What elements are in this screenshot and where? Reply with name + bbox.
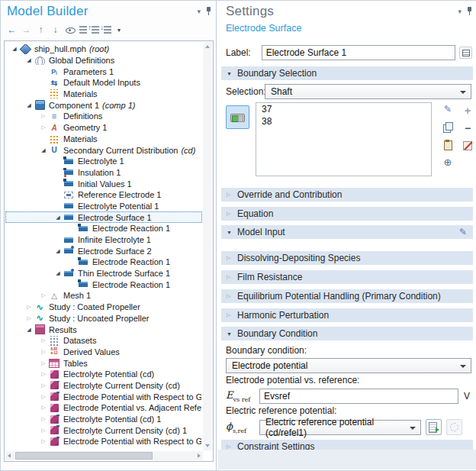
collapse-node-icon[interactable]: ◢ xyxy=(24,327,34,333)
tree-item[interactable]: ◢Component 1(comp 1) xyxy=(5,99,202,111)
tree-item[interactable]: ▷8.85e-12Derived Values xyxy=(5,347,202,358)
tree-item[interactable]: Electrolyte Potential 1 xyxy=(5,201,202,212)
selection-entity[interactable]: 38 xyxy=(256,115,431,127)
panel-menu-icon[interactable]: ▾ xyxy=(197,8,201,15)
zoom-to-selection-icon[interactable]: ⊕ xyxy=(444,156,452,167)
panel-menu-icon[interactable]: ▾ xyxy=(458,8,462,15)
section-equilibrium-potential-handling[interactable]: ▷ Equilibrium Potential Handling (Primar… xyxy=(221,289,473,303)
boundary-condition-dropdown[interactable]: Electrode potential xyxy=(226,358,471,373)
toolbar-more-icon[interactable]: ▾ xyxy=(117,27,121,34)
create-selection-icon[interactable]: ✎ xyxy=(444,104,452,115)
tree-horizontal-scrollbar[interactable] xyxy=(5,451,203,460)
scroll-up-icon[interactable] xyxy=(205,45,210,48)
tree-item[interactable]: ◢Thin Electrode Surface 1 xyxy=(5,268,202,279)
collapse-node-icon[interactable]: ◢ xyxy=(24,102,34,108)
remove-from-selection-icon[interactable]: − xyxy=(465,123,471,134)
expand-node-icon[interactable]: ▷ xyxy=(39,382,48,389)
expand-node-icon[interactable]: ▷ xyxy=(39,292,48,298)
clear-selection-icon[interactable] xyxy=(463,141,472,150)
tree-item[interactable]: ▷AGeometry 1 xyxy=(5,122,202,134)
collapse-node-icon[interactable]: ◢ xyxy=(53,248,63,254)
tree-item[interactable]: ▷Electrolyte Current Density (cd) xyxy=(5,380,202,392)
tree-item[interactable]: ◢USecondary Current Distribution(cd) xyxy=(5,144,202,156)
expand-node-icon[interactable]: ▷ xyxy=(24,304,34,310)
tree-item[interactable]: ▷Tables xyxy=(5,357,202,369)
expand-node-icon[interactable]: ▷ xyxy=(39,360,48,366)
tree-item[interactable]: ▷Electrolyte Potential (cd) 1 xyxy=(5,414,202,425)
section-harmonic-perturbation[interactable]: ▷ Harmonic Perturbation xyxy=(221,308,473,322)
tree-item[interactable]: ◢Electrode Surface 2 xyxy=(5,245,202,256)
tree-item[interactable]: ◢Global Definitions xyxy=(5,55,202,66)
scroll-left-icon[interactable] xyxy=(8,453,11,458)
tree-item[interactable]: PᵢParameters 1 xyxy=(5,66,202,77)
expand-node-icon[interactable]: ▷ xyxy=(39,349,48,355)
selection-entity[interactable]: 37 xyxy=(256,103,431,115)
tree-item[interactable]: ▷Electrode Potential vs. Adjacent Refere… xyxy=(5,402,202,414)
expand-node-icon[interactable]: ▷ xyxy=(39,416,48,422)
scroll-down-icon[interactable] xyxy=(205,444,210,447)
label-input[interactable] xyxy=(262,45,455,60)
move-up-icon[interactable]: ↑ xyxy=(36,24,46,35)
expand-node-icon[interactable]: ▷ xyxy=(39,113,48,119)
tree-item[interactable]: ▷Electrode Potential with Respect to Gro… xyxy=(5,391,202,402)
section-dissolving-depositing-species[interactable]: ▷ Dissolving-Depositing Species xyxy=(221,251,473,265)
copy-selection-icon[interactable] xyxy=(443,122,452,132)
tree-item[interactable]: Materials xyxy=(5,134,202,145)
expand-node-icon[interactable]: ▷ xyxy=(39,427,48,434)
tree-item[interactable]: Electrolyte 1 xyxy=(5,156,202,167)
tree-item[interactable]: ⇆Default Model Inputs xyxy=(5,77,202,89)
selection-entity-list[interactable]: 3738 xyxy=(256,102,432,176)
tree-item[interactable]: Electrode Reaction 1 xyxy=(5,223,202,234)
add-to-selection-icon[interactable]: + xyxy=(465,105,471,116)
tree-item[interactable]: Electrode Reaction 1 xyxy=(5,279,202,290)
paste-selection-icon[interactable] xyxy=(444,140,452,150)
scroll-right-icon[interactable] xyxy=(198,453,201,458)
active-toggle-button[interactable] xyxy=(226,105,249,129)
tree-item[interactable]: Initial Values 1 xyxy=(5,178,202,189)
go-to-source-button[interactable] xyxy=(426,419,442,435)
scrollbar-thumb[interactable] xyxy=(15,452,153,460)
rename-button[interactable] xyxy=(459,47,472,59)
collapse-node-icon[interactable]: ◢ xyxy=(10,46,19,52)
pin-icon[interactable] xyxy=(467,7,472,16)
tree-item[interactable]: Reference Electrode 1 xyxy=(5,189,202,201)
back-icon[interactable]: ← xyxy=(7,24,17,35)
edit-model-input-icon[interactable]: ✎ xyxy=(459,227,467,237)
expand-node-icon[interactable]: ▷ xyxy=(39,394,48,400)
tree-item[interactable]: Insulation 1 xyxy=(5,167,202,179)
section-equation[interactable]: ▷ Equation xyxy=(221,207,473,221)
section-boundary-condition[interactable]: ▼ Boundary Condition xyxy=(221,327,473,340)
tree-item[interactable]: ▷△Mesh 1 xyxy=(5,290,202,302)
tree-item[interactable]: ▷Electrode Potential with Respect to Gro… xyxy=(5,436,202,447)
tree-item[interactable]: ▷∿Study : Coated Propeller xyxy=(5,302,202,313)
tree-item[interactable]: Infinite Electrolyte 1 xyxy=(5,234,202,246)
evsref-input[interactable] xyxy=(259,389,458,404)
section-boundary-selection[interactable]: ▼ Boundary Selection xyxy=(221,66,473,80)
tree-item[interactable]: ◢Results xyxy=(5,324,202,335)
move-down-icon[interactable]: ↓ xyxy=(50,24,60,35)
section-film-resistance[interactable]: ▷ Film Resistance xyxy=(221,270,473,284)
tree-item[interactable]: Electrode Reaction 1 xyxy=(5,256,202,268)
refpot-dropdown[interactable]: Electric reference potential (cd/refel1) xyxy=(259,420,421,435)
section-model-input[interactable]: ▼ Model Input ✎ xyxy=(221,225,473,239)
expand-node-icon[interactable]: ▷ xyxy=(39,337,48,344)
forward-icon[interactable]: → xyxy=(21,24,31,35)
go-to-node-icon[interactable] xyxy=(104,26,111,34)
expand-node-icon[interactable]: ▷ xyxy=(39,371,48,377)
expand-node-icon[interactable]: ▷ xyxy=(24,315,34,321)
collapse-node-icon[interactable]: ◢ xyxy=(39,147,48,153)
tree-vertical-scrollbar[interactable] xyxy=(203,42,212,450)
collapse-all-icon[interactable] xyxy=(79,26,87,34)
pin-icon[interactable] xyxy=(206,7,211,16)
tree-item[interactable]: ▷≡Definitions xyxy=(5,111,202,122)
collapse-node-icon[interactable]: ◢ xyxy=(53,270,63,276)
tree-item[interactable]: ▷Electrolyte Current Density (cd) 1 xyxy=(5,424,202,436)
tree-item[interactable]: Materials xyxy=(5,89,202,100)
expand-all-icon[interactable] xyxy=(92,26,99,34)
selection-dropdown[interactable]: Shaft xyxy=(265,84,471,99)
expand-node-icon[interactable]: ▷ xyxy=(39,438,48,444)
show-icon[interactable] xyxy=(65,27,75,34)
collapse-node-icon[interactable]: ◢ xyxy=(53,215,63,221)
tree-item[interactable]: ◢ship_hull.mph(root) xyxy=(5,44,202,55)
tree-item[interactable]: ◢Electrode Surface 1 xyxy=(5,211,202,223)
